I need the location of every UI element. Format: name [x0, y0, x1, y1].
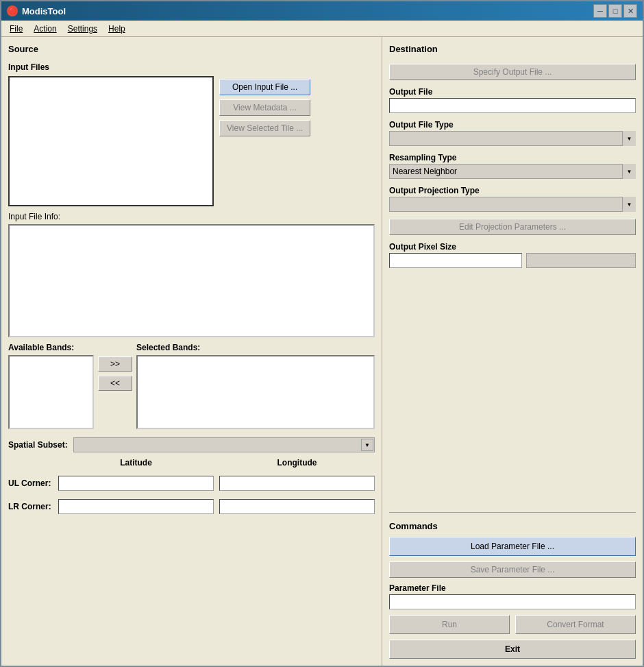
resampling-type-dropdown-wrapper: Nearest Neighbor ▼: [389, 164, 636, 179]
resampling-type-group: Resampling Type Nearest Neighbor ▼: [389, 153, 636, 179]
run-button[interactable]: Run: [389, 615, 510, 634]
ul-corner-label: UL Corner:: [8, 478, 53, 488]
run-row: Run Convert Format: [389, 615, 636, 634]
output-projection-label: Output Projection Type: [389, 186, 636, 195]
resampling-type-dropdown[interactable]: Nearest Neighbor: [389, 164, 636, 179]
available-bands-label: Available Bands:: [8, 343, 94, 352]
spatial-subset-dropdown-wrapper: ▼: [73, 437, 375, 452]
pixel-size-input[interactable]: [389, 253, 522, 268]
close-button[interactable]: ✕: [623, 4, 637, 18]
latitude-header: Latitude: [58, 458, 214, 468]
lr-corner-row: LR Corner:: [8, 499, 375, 514]
output-file-group: Output File: [389, 87, 636, 113]
output-file-input[interactable]: [389, 98, 636, 113]
exit-button[interactable]: Exit: [389, 640, 636, 659]
title-bar-left: 🔴 ModisTool: [7, 5, 66, 16]
selected-bands-label: Selected Bands:: [136, 343, 375, 352]
output-file-type-label: Output File Type: [389, 120, 636, 130]
save-parameter-file-button[interactable]: Save Parameter File ...: [389, 561, 636, 578]
input-files-area: Open Input File ... View Metadata ... Vi…: [8, 76, 375, 206]
available-bands-listbox[interactable]: [8, 355, 94, 429]
parameter-file-input[interactable]: [389, 594, 636, 609]
output-projection-dropdown[interactable]: [389, 197, 636, 212]
destination-title: Destination: [389, 44, 636, 54]
app-icon: 🔴: [7, 5, 18, 16]
output-file-type-dropdown[interactable]: [389, 131, 636, 146]
pixel-size-inputs: [389, 253, 636, 268]
menu-file[interactable]: File: [4, 23, 28, 35]
view-selected-tile-button[interactable]: View Selected Tile ...: [219, 120, 310, 136]
edit-projection-button[interactable]: Edit Projection Parameters ...: [389, 219, 636, 235]
band-transfer-buttons: >> <<: [98, 343, 132, 391]
minimize-button[interactable]: ─: [593, 4, 607, 18]
spatial-subset-row: Spatial Subset: ▼: [8, 437, 375, 452]
output-projection-group: Output Projection Type ▼: [389, 186, 636, 212]
lr-longitude-input[interactable]: [219, 499, 375, 514]
remove-band-button[interactable]: <<: [98, 376, 132, 391]
content-area: Source Input Files Open Input File ... V…: [1, 37, 643, 666]
longitude-header: Longitude: [219, 458, 375, 468]
input-file-info-group: Input File Info:: [8, 212, 375, 337]
main-window: 🔴 ModisTool ─ □ ✕ File Action Settings H…: [0, 0, 644, 667]
spatial-subset-label: Spatial Subset:: [8, 440, 68, 450]
output-projection-dropdown-wrapper: ▼: [389, 197, 636, 212]
title-bar-buttons: ─ □ ✕: [593, 4, 637, 18]
selected-bands-group: Selected Bands:: [136, 343, 375, 429]
open-input-file-button[interactable]: Open Input File ...: [219, 79, 310, 95]
input-files-listbox[interactable]: [8, 76, 214, 206]
output-file-label: Output File: [389, 87, 636, 97]
menu-help[interactable]: Help: [103, 23, 131, 35]
lr-latitude-input[interactable]: [58, 499, 214, 514]
window-title: ModisTool: [22, 6, 66, 16]
menu-settings[interactable]: Settings: [62, 23, 103, 35]
output-file-type-group: Output File Type ▼: [389, 120, 636, 146]
input-files-label: Input Files: [8, 62, 375, 72]
commands-section: Commands Load Parameter File ... Save Pa…: [389, 521, 636, 659]
convert-format-button[interactable]: Convert Format: [515, 615, 636, 634]
parameter-file-group: Parameter File: [389, 583, 636, 609]
available-bands-group: Available Bands:: [8, 343, 94, 429]
commands-title: Commands: [389, 521, 636, 531]
input-buttons-col: Open Input File ... View Metadata ... Vi…: [219, 76, 310, 206]
divider: [389, 512, 636, 513]
pixel-size-secondary-input[interactable]: [526, 253, 636, 268]
ul-longitude-input[interactable]: [219, 476, 375, 491]
bands-row: Available Bands: >> << Selected Bands:: [8, 343, 375, 429]
resampling-type-label: Resampling Type: [389, 153, 636, 162]
source-title: Source: [8, 44, 375, 54]
title-bar: 🔴 ModisTool ─ □ ✕: [1, 1, 643, 21]
ul-latitude-input[interactable]: [58, 476, 214, 491]
output-pixel-size-label: Output Pixel Size: [389, 242, 636, 252]
coord-headers: Latitude Longitude: [58, 458, 375, 468]
specify-output-file-button[interactable]: Specify Output File ...: [389, 64, 636, 80]
menu-action[interactable]: Action: [28, 23, 62, 35]
source-panel: Source Input Files Open Input File ... V…: [1, 37, 382, 666]
view-metadata-button[interactable]: View Metadata ...: [219, 99, 310, 116]
input-file-info-label: Input File Info:: [8, 212, 375, 221]
maximize-button[interactable]: □: [608, 4, 622, 18]
menu-bar: File Action Settings Help: [1, 21, 643, 37]
spatial-subset-dropdown[interactable]: [73, 437, 375, 452]
load-parameter-file-button[interactable]: Load Parameter File ...: [389, 537, 636, 556]
add-band-button[interactable]: >>: [98, 356, 132, 372]
input-file-info-box: [8, 224, 375, 337]
output-file-type-dropdown-wrapper: ▼: [389, 131, 636, 146]
lr-corner-label: LR Corner:: [8, 502, 53, 511]
input-files-group: Input Files Open Input File ... View Met…: [8, 62, 375, 206]
selected-bands-listbox[interactable]: [136, 355, 375, 429]
ul-corner-row: UL Corner:: [8, 476, 375, 491]
parameter-file-label: Parameter File: [389, 583, 636, 593]
output-pixel-size-group: Output Pixel Size: [389, 242, 636, 268]
destination-panel: Destination Specify Output File ... Outp…: [382, 37, 643, 666]
